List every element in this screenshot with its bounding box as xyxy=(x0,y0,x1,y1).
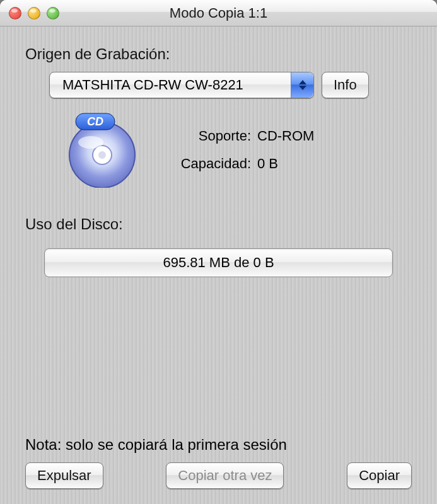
chevron-up-down-icon xyxy=(291,72,313,98)
cd-icon: CD xyxy=(58,112,146,188)
support-value: CD-ROM xyxy=(257,128,314,144)
usage-text: 695.81 MB de 0 B xyxy=(163,255,274,271)
titlebar[interactable]: Modo Copia 1:1 xyxy=(0,0,437,26)
capacity-label: Capacidad: xyxy=(169,156,251,172)
minimize-icon[interactable] xyxy=(28,7,40,20)
close-icon[interactable] xyxy=(9,7,21,20)
svg-point-3 xyxy=(78,136,103,149)
media-info: Soporte: CD-ROM Capacidad: 0 B xyxy=(169,128,314,172)
copy-button[interactable]: Copiar xyxy=(347,462,412,489)
zoom-icon[interactable] xyxy=(47,7,59,20)
note-text: Nota: solo se copiará la primera sesión xyxy=(25,436,412,454)
traffic-lights xyxy=(9,7,59,20)
usage-label: Uso del Disco: xyxy=(25,215,412,233)
source-select[interactable]: MATSHITA CD-RW CW-8221 xyxy=(49,72,314,98)
media-row: CD Soporte: CD-ROM Capacidad: 0 B xyxy=(58,112,412,188)
source-label: Origen de Grabación: xyxy=(25,45,412,63)
button-row: Expulsar Copiar otra vez Copiar xyxy=(25,462,412,489)
svg-point-2 xyxy=(98,151,106,159)
copy-again-button[interactable]: Copiar otra vez xyxy=(166,462,284,489)
window: Modo Copia 1:1 Origen de Grabación: MATS… xyxy=(0,0,437,504)
eject-button[interactable]: Expulsar xyxy=(25,462,103,489)
source-row: MATSHITA CD-RW CW-8221 Info xyxy=(49,72,412,98)
cd-badge-text: CD xyxy=(87,115,103,128)
usage-bar: 695.81 MB de 0 B xyxy=(44,248,393,277)
source-select-value: MATSHITA CD-RW CW-8221 xyxy=(62,77,243,93)
capacity-value: 0 B xyxy=(257,156,278,172)
support-label: Soporte: xyxy=(169,128,251,144)
window-title: Modo Copia 1:1 xyxy=(0,5,437,21)
info-button[interactable]: Info xyxy=(322,72,369,98)
content: Origen de Grabación: MATSHITA CD-RW CW-8… xyxy=(0,26,437,504)
